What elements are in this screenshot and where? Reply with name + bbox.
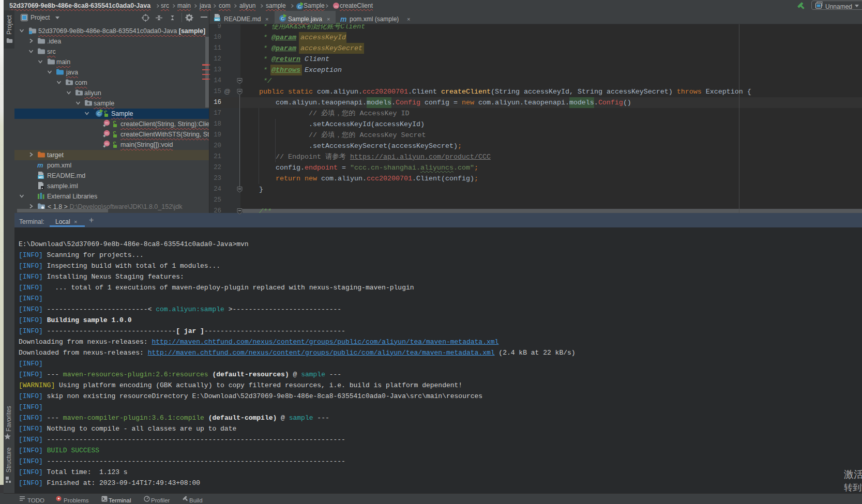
svg-text:MD: MD bbox=[215, 18, 220, 21]
svg-text:MD: MD bbox=[38, 176, 43, 179]
svg-text:m: m bbox=[105, 131, 109, 136]
svg-text:m: m bbox=[335, 4, 338, 9]
svg-text:m: m bbox=[105, 141, 109, 146]
svg-text:m: m bbox=[105, 120, 109, 126]
